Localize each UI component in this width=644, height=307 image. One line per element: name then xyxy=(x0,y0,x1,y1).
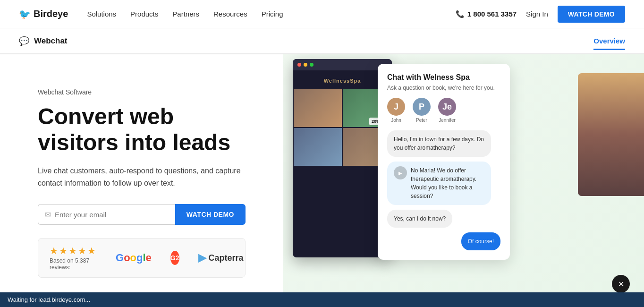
secondary-nav: 💬 Webchat Overview xyxy=(0,28,644,54)
nav-right: 📞 1 800 561 3357 Sign In WATCH DEMO xyxy=(456,6,625,23)
logo-text: Birdeye xyxy=(34,9,68,19)
email-form: ✉ WATCH DEMO xyxy=(38,204,246,225)
sign-in-link[interactable]: Sign In xyxy=(526,10,548,18)
spa-name: WellnessSpa xyxy=(324,78,361,84)
browser-mockup: WellnessSpa 20% off xyxy=(293,59,392,257)
agent-peter: P Peter xyxy=(413,98,431,123)
page-title: Webchat xyxy=(34,36,68,46)
message-3: Yes, can I do it now? xyxy=(387,210,452,228)
mail-icon: ✉ xyxy=(45,210,51,219)
spa-images: 20% off xyxy=(293,88,392,167)
hero-subtitle: Webchat Software xyxy=(38,88,255,96)
logo[interactable]: 🐦 Birdeye xyxy=(19,9,68,20)
spa-image-3 xyxy=(294,128,342,166)
chat-popup-subtitle: Ask a question or book, we're here for y… xyxy=(387,85,500,91)
chat-messages: Hello, I'm in town for a few days. Do yo… xyxy=(387,130,500,250)
watch-demo-button-nav[interactable]: WATCH DEMO xyxy=(558,6,625,23)
spa-logo: WellnessSpa xyxy=(293,70,392,88)
spa-image-1 xyxy=(294,89,342,127)
agent-avatar-john: J xyxy=(387,98,405,116)
message-2: ▶ No Maria! We do offer therapeutic arom… xyxy=(387,162,491,205)
message-4: Of course! xyxy=(461,232,500,250)
nav-link-partners[interactable]: Partners xyxy=(172,10,199,18)
right-panel: WellnessSpa 20% off Chat with Welness Sp… xyxy=(283,54,644,307)
agent-name-john: John xyxy=(391,118,401,123)
chat-icon: 💬 xyxy=(19,36,29,46)
chat-popup-title: Chat with Welness Spa xyxy=(387,73,500,82)
phone-icon: 📞 xyxy=(456,10,465,18)
logo-icon: 🐦 xyxy=(19,9,31,20)
agent-avatar-jennifer: Je xyxy=(438,98,456,116)
phone-number: 📞 1 800 561 3357 xyxy=(456,10,517,18)
capterra-icon: ▶ xyxy=(198,252,206,264)
chat-close-button[interactable]: ✕ xyxy=(612,275,630,293)
ratings-bar: ★★★★★ Based on 5,387 reviews: Google G2 … xyxy=(38,238,246,278)
play-button[interactable]: ▶ xyxy=(394,166,407,179)
message-1: Hello, I'm in town for a few days. Do yo… xyxy=(387,130,491,157)
status-bar: Waiting for lead.birdeye.com... xyxy=(0,292,644,307)
hero-headline: Convert webvisitors into leads xyxy=(38,103,255,155)
stars-wrap: ★★★★★ Based on 5,387 reviews: xyxy=(50,245,97,271)
nav-link-resources[interactable]: Resources xyxy=(213,10,247,18)
agent-name-peter: Peter xyxy=(416,118,427,123)
main-content: Webchat Software Convert webvisitors int… xyxy=(0,54,644,307)
dot-green xyxy=(310,63,314,67)
google-logo: Google xyxy=(116,252,152,264)
agent-jennifer: Je Jennifer xyxy=(438,98,456,123)
capterra-logo: ▶ Capterra xyxy=(198,252,244,264)
chat-agents: J John P Peter Je Jennifer xyxy=(387,98,500,123)
nav-links: Solutions Products Partners Resources Pr… xyxy=(87,10,455,18)
nav-link-solutions[interactable]: Solutions xyxy=(87,10,116,18)
star-rating: ★★★★★ xyxy=(50,245,97,256)
left-panel: Webchat Software Convert webvisitors int… xyxy=(0,54,283,307)
status-text: Waiting for lead.birdeye.com... xyxy=(8,296,90,303)
tab-overview[interactable]: Overview xyxy=(593,37,625,50)
email-input-wrap: ✉ xyxy=(38,204,175,225)
navbar: 🐦 Birdeye Solutions Products Partners Re… xyxy=(0,0,644,28)
dot-red xyxy=(297,63,301,67)
reviews-text: Based on 5,387 reviews: xyxy=(50,257,97,271)
chat-popup: Chat with Welness Spa Ask a question or … xyxy=(378,64,510,260)
nav-link-products[interactable]: Products xyxy=(130,10,158,18)
dot-yellow xyxy=(304,63,307,67)
agent-avatar-peter: P xyxy=(413,98,431,116)
g2-badge: G2 xyxy=(170,251,179,265)
agent-name-jennifer: Jennifer xyxy=(439,118,456,123)
nav-link-pricing[interactable]: Pricing xyxy=(262,10,283,18)
hero-description: Live chat customers, auto-respond to que… xyxy=(38,165,241,189)
secondary-nav-right: Overview xyxy=(593,37,625,45)
email-input[interactable] xyxy=(55,211,169,219)
watch-demo-button[interactable]: WATCH DEMO xyxy=(175,204,246,225)
video-person xyxy=(578,73,644,196)
capterra-text: Capterra xyxy=(209,253,244,263)
video-thumbnail[interactable] xyxy=(578,73,644,196)
agent-john: J John xyxy=(387,98,405,123)
secondary-nav-left: 💬 Webchat xyxy=(19,36,68,46)
browser-bar xyxy=(293,59,392,70)
